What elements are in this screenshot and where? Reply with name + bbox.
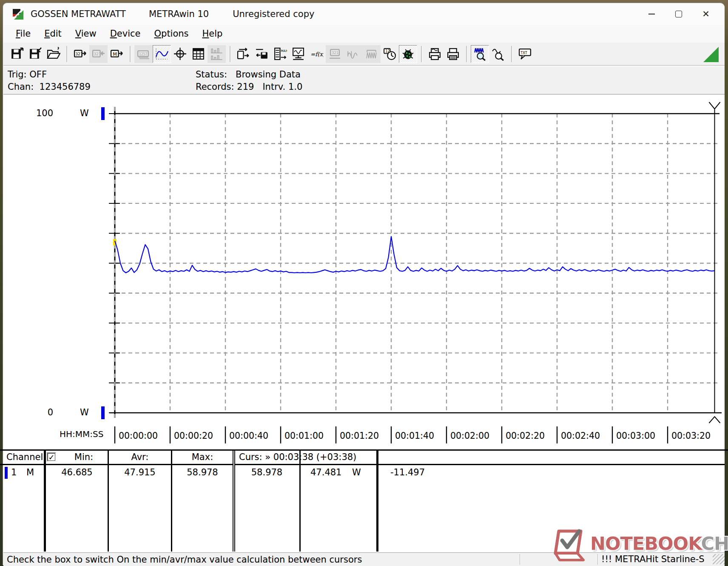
title-bar: GOSSEN METRAWATT METRAwin 10 Unregistere… — [3, 3, 725, 25]
svg-text:321: 321 — [75, 51, 83, 56]
channel-header: Channel: — [6, 452, 46, 462]
toolbar-channel-list-button[interactable]: MAX — [271, 45, 289, 63]
wave-filter-icon — [364, 47, 378, 61]
toolbar-print-preview-button[interactable] — [426, 45, 444, 63]
toolbar-zoom-out-button[interactable] — [489, 45, 507, 63]
resize-corner-icon[interactable] — [703, 47, 719, 62]
channel-color-marker-top — [101, 107, 105, 120]
toolbar-device-write-button: 321 — [89, 45, 108, 63]
toolbar-export-file-button[interactable] — [8, 45, 26, 63]
min-header: Min: — [60, 452, 108, 462]
import-device-icon — [255, 47, 269, 61]
zoom-in-icon — [473, 47, 487, 61]
save-file-icon — [28, 47, 42, 61]
toolbar-zoom-in-button[interactable] — [471, 45, 489, 63]
table-divider — [108, 451, 109, 552]
device-write-icon: 321 — [91, 47, 105, 61]
notebookcheck-wordmark: NOTEBOOKCHECK — [590, 533, 728, 554]
pc-monitor-icon — [291, 47, 305, 61]
export-device-icon — [236, 47, 250, 61]
toolbar-meter-display-button: 1257 — [134, 45, 153, 63]
menu-options[interactable]: Options — [153, 28, 190, 40]
y-axis-min-label: 0 — [30, 407, 53, 417]
cursor-header: Curs: » 00:03:38 (+03:38) — [239, 452, 356, 462]
open-file-icon — [46, 47, 60, 61]
annotation-icon: TXT — [518, 47, 532, 61]
minimize-icon — [648, 14, 655, 14]
menu-view[interactable]: View — [74, 28, 98, 40]
toolbar-histogram-button — [208, 45, 226, 63]
svg-text:321: 321 — [94, 51, 101, 56]
status-message: Check the box to switch On the min/avr/m… — [7, 555, 362, 565]
svg-text:1257: 1257 — [139, 52, 148, 56]
toolbar-separator — [230, 46, 230, 62]
toolbar-wave-filter-button — [362, 45, 381, 63]
table-divider — [171, 451, 172, 552]
close-button[interactable]: ✕ — [692, 3, 719, 25]
info-panel — [3, 66, 725, 94]
current-unit: W — [352, 467, 361, 477]
toolbar-separator — [511, 46, 512, 62]
checkmark-icon: ✓ — [48, 453, 54, 462]
toolbar: 321321M1257MAX=f(x)32112TXT — [3, 43, 725, 66]
max-value: 58.978 — [172, 467, 233, 477]
x-axis-label: HH:MM:SS — [60, 429, 103, 439]
toolbar-device-read-button[interactable]: 321 — [71, 45, 89, 63]
title-license: Unregistered copy — [233, 9, 314, 19]
y-axis-max-label: 100 — [30, 108, 53, 118]
channel-row-color-marker — [5, 467, 8, 479]
memory-read-icon: M — [110, 47, 124, 61]
toolbar-pc-monitor-button[interactable] — [289, 45, 307, 63]
toolbar-timer-clock-button[interactable]: 12 — [381, 45, 399, 63]
max-header: Max: — [172, 452, 233, 462]
table-divider-double — [233, 451, 235, 552]
current-value: 47.481 — [310, 467, 341, 477]
toolbar-value-table-button[interactable] — [189, 45, 208, 63]
statusbar-divider — [520, 554, 520, 565]
minmax-checkbox[interactable]: ✓ — [47, 452, 56, 462]
toolbar-import-device-button[interactable] — [253, 45, 271, 63]
toolbar-memory-read-button[interactable]: M — [108, 45, 126, 63]
cursor-crosshair-icon — [173, 47, 187, 61]
channel-mode: M — [26, 467, 34, 477]
delta-value: -11.497 — [390, 467, 425, 477]
meter-display-icon: 1257 — [136, 47, 151, 61]
toolbar-formula-button[interactable]: =f(x) — [307, 45, 326, 63]
toolbar-export-device-button[interactable] — [234, 45, 253, 63]
toolbar-wave-pair-button — [344, 45, 362, 63]
notebookcheck-laptop-icon — [551, 528, 592, 565]
notebookcheck-watermark: NOTEBOOKCHECK — [551, 528, 728, 565]
minimize-button[interactable] — [638, 3, 665, 25]
toolbar-trend-graph-button[interactable] — [153, 45, 171, 63]
device-status: Status: Browsing Data — [196, 69, 301, 80]
y-axis-unit-top: W — [80, 108, 89, 118]
toolbar-print-button[interactable] — [444, 45, 462, 63]
table-divider — [44, 451, 46, 552]
chart-plot-area[interactable] — [115, 114, 714, 413]
maximize-button[interactable] — [665, 3, 692, 25]
toolbar-open-file-button[interactable] — [44, 45, 63, 63]
toolbar-cursor-crosshair-button[interactable] — [171, 45, 189, 63]
channel-number: 1 — [11, 467, 17, 477]
toolbar-debug-bug-button[interactable] — [399, 45, 417, 63]
trend-graph-icon — [155, 47, 169, 61]
device-read-icon: 321 — [73, 47, 87, 61]
histogram-icon — [210, 47, 224, 61]
close-icon: ✕ — [702, 10, 710, 19]
min-value: 46.685 — [46, 467, 108, 477]
toolbar-separator — [421, 46, 422, 62]
menu-edit[interactable]: Edit — [43, 28, 63, 40]
timer-clock-icon: 12 — [383, 47, 397, 61]
menu-file[interactable]: File — [14, 28, 32, 40]
value-table-icon — [191, 47, 205, 61]
app-logo-icon — [12, 9, 24, 20]
toolbar-annotation-button[interactable]: TXT — [516, 45, 534, 63]
svg-text:TXT: TXT — [520, 51, 528, 55]
menu-help[interactable]: Help — [201, 28, 224, 40]
menu-device[interactable]: Device — [109, 28, 142, 40]
svg-text:MAX: MAX — [281, 49, 287, 53]
table-divider — [299, 451, 301, 552]
toolbar-device-config-button: 321 — [326, 45, 344, 63]
wave-pair-icon — [346, 47, 360, 61]
toolbar-save-file-button[interactable] — [26, 45, 44, 63]
